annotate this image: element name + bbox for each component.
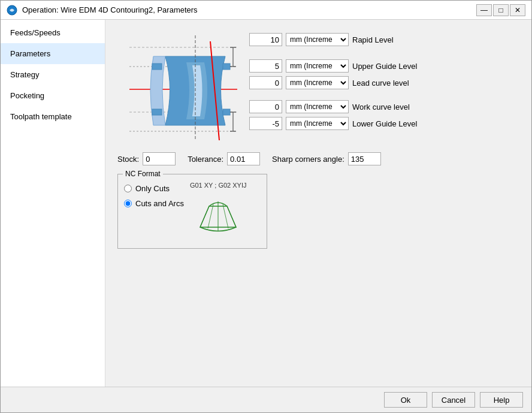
- only-cuts-radio[interactable]: [124, 185, 132, 192]
- nc-diagram-container: G01 XY ; G02 XYIJ: [190, 182, 247, 242]
- tolerance-input[interactable]: 0.01: [227, 152, 260, 165]
- svg-line-20: [227, 206, 236, 227]
- tolerance-section: Tolerance: 0.01: [188, 152, 260, 165]
- right-controls: 10 mm (Increme Rapid Level 5 mm (Increme…: [249, 33, 417, 134]
- nc-diagram: [191, 191, 245, 242]
- main-content: Feeds/Speeds Parameters Strategy Pocketi…: [1, 20, 531, 387]
- stock-label: Stock:: [117, 155, 139, 164]
- sharp-corners-section: Sharp corners angle: 135: [272, 152, 381, 165]
- lead-curve-unit[interactable]: mm (Increme: [286, 76, 349, 89]
- cancel-button[interactable]: Cancel: [432, 392, 475, 408]
- app-icon: [7, 5, 17, 16]
- work-curve-input[interactable]: 0: [249, 100, 282, 113]
- window-controls: — □ ✕: [476, 4, 525, 16]
- lower-guide-unit[interactable]: mm (Increme: [286, 117, 349, 130]
- work-curve-unit[interactable]: mm (Increme: [286, 100, 349, 113]
- only-cuts-option[interactable]: Only Cuts: [124, 184, 184, 193]
- only-cuts-label: Only Cuts: [135, 184, 170, 193]
- upper-guide-label: Upper Guide Level: [352, 62, 417, 71]
- svg-rect-6: [152, 64, 162, 70]
- close-button[interactable]: ✕: [510, 4, 525, 16]
- sidebar-item-pocketing[interactable]: Pocketing: [1, 85, 105, 106]
- tolerance-label: Tolerance:: [188, 155, 223, 164]
- cuts-arcs-radio[interactable]: [124, 200, 132, 207]
- maximize-button[interactable]: □: [493, 4, 509, 16]
- svg-rect-7: [152, 109, 162, 115]
- lead-curve-row: 0 mm (Increme Lead curve level: [249, 76, 417, 89]
- nc-diagram-label: G01 XY ; G02 XYIJ: [190, 182, 247, 189]
- bottom-bar: Ok Cancel Help: [1, 387, 531, 412]
- nc-format-legend: NC Format: [123, 170, 163, 178]
- lead-curve-input[interactable]: 0: [249, 76, 282, 89]
- rapid-level-row: 10 mm (Increme Rapid Level: [249, 33, 417, 46]
- content-area: 10 mm (Increme Rapid Level 5 mm (Increme…: [105, 20, 531, 387]
- svg-rect-9: [223, 109, 230, 115]
- sidebar-item-feeds-speeds[interactable]: Feeds/Speeds: [1, 22, 105, 43]
- sharp-corners-label: Sharp corners angle:: [272, 155, 344, 164]
- title-bar: Operation: Wire EDM 4D Contouring2, Para…: [1, 1, 531, 20]
- diagram-area: [117, 29, 243, 146]
- lower-guide-input[interactable]: -5: [249, 117, 282, 130]
- main-window: Operation: Wire EDM 4D Contouring2, Para…: [0, 0, 532, 413]
- workpiece-diagram: [117, 29, 243, 146]
- sidebar: Feeds/Speeds Parameters Strategy Pocketi…: [1, 20, 105, 387]
- radio-options: Only Cuts Cuts and Arcs: [124, 184, 184, 208]
- minimize-button[interactable]: —: [476, 4, 492, 16]
- levels-row: 10 mm (Increme Rapid Level 5 mm (Increme…: [117, 29, 519, 146]
- nc-format-group: NC Format Only Cuts Cuts and Arcs: [117, 174, 267, 249]
- sidebar-item-parameters[interactable]: Parameters: [1, 43, 105, 64]
- window-title: Operation: Wire EDM 4D Contouring2, Para…: [22, 5, 476, 14]
- upper-guide-unit[interactable]: mm (Increme: [286, 59, 349, 73]
- sidebar-item-strategy[interactable]: Strategy: [1, 64, 105, 85]
- rapid-level-unit[interactable]: mm (Increme: [286, 33, 349, 46]
- cuts-arcs-option[interactable]: Cuts and Arcs: [124, 199, 184, 208]
- params-row: Stock: 0 Tolerance: 0.01 Sharp corners a…: [117, 152, 519, 165]
- cuts-arcs-label: Cuts and Arcs: [135, 199, 184, 208]
- sidebar-item-toolpath-template[interactable]: Toolpath template: [1, 106, 105, 127]
- ok-button[interactable]: Ok: [384, 392, 427, 408]
- rapid-level-input[interactable]: 10: [249, 33, 282, 46]
- stock-input[interactable]: 0: [143, 152, 176, 165]
- stock-section: Stock: 0: [117, 152, 176, 165]
- lower-guide-row: -5 mm (Increme Lower Guide Level: [249, 117, 417, 130]
- sharp-corners-input[interactable]: 135: [348, 152, 381, 165]
- work-curve-label: Work curve level: [352, 103, 410, 111]
- help-button[interactable]: Help: [480, 392, 523, 408]
- upper-guide-input[interactable]: 5: [249, 59, 282, 73]
- nc-format-content: Only Cuts Cuts and Arcs G01 XY ; G02 XYI…: [124, 182, 261, 242]
- work-curve-row: 0 mm (Increme Work curve level: [249, 100, 417, 113]
- lead-curve-label: Lead curve level: [352, 79, 409, 88]
- svg-rect-8: [223, 64, 230, 70]
- svg-line-18: [200, 206, 209, 227]
- rapid-level-label: Rapid Level: [352, 35, 394, 44]
- upper-guide-row: 5 mm (Increme Upper Guide Level: [249, 59, 417, 73]
- lower-guide-label: Lower Guide Level: [352, 119, 417, 128]
